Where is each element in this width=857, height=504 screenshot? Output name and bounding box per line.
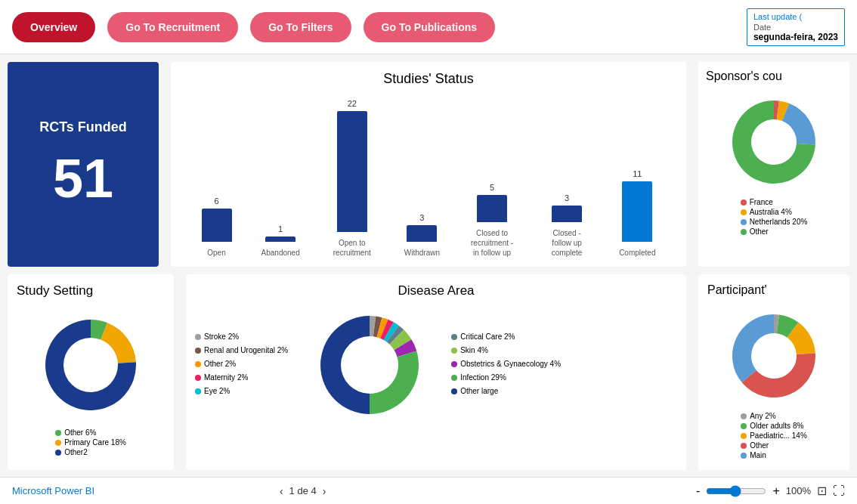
bar-label: Open xyxy=(207,248,225,258)
fit-page-icon[interactable]: ⊡ xyxy=(817,484,827,498)
zoom-level: 100% xyxy=(786,485,811,496)
bar-column: 3 Closed - follow up complete xyxy=(544,193,589,258)
disease-donut xyxy=(294,305,445,425)
bar-rect xyxy=(202,209,232,242)
legend-item: Maternity 2% xyxy=(195,372,288,384)
bar-rect xyxy=(265,237,295,242)
legend-item: Main xyxy=(741,451,807,459)
disease-area-card: Disease Area Stroke 2%Renal and Urogenit… xyxy=(186,274,686,470)
legend-item: Eye 2% xyxy=(195,385,288,397)
studies-status-card: Studies' Status 6 Open 1 Abandoned 22 Op… xyxy=(171,62,686,267)
overview-button[interactable]: Overview xyxy=(12,12,95,42)
recruitment-button[interactable]: Go To Recruitment xyxy=(107,12,238,42)
page-navigation: ‹ 1 de 4 › xyxy=(280,485,326,497)
studies-title: Studies' Status xyxy=(183,71,674,87)
disease-title: Disease Area xyxy=(195,283,677,298)
study-setting-card: Study Setting Other 6%Primary Care 18%Ot… xyxy=(8,274,174,470)
legend-item: Other xyxy=(741,227,808,236)
legend-item: Other2 xyxy=(55,448,126,456)
legend-item: Obstetrics & Gynaecology 4% xyxy=(451,358,561,370)
bar-column: 3 Withdrawn xyxy=(404,213,440,258)
legend-item: Other xyxy=(741,441,807,450)
bar-value: 6 xyxy=(214,196,218,206)
bar-column: 11 Completed xyxy=(619,169,655,258)
bar-column: 1 Abandoned xyxy=(261,224,300,258)
bar-rect xyxy=(407,225,437,242)
donut-segment xyxy=(101,323,136,363)
bar-rect xyxy=(552,206,582,222)
legend-item: Primary Care 18% xyxy=(55,438,126,447)
sponsor-card: Sponsor's cou FranceAustralia 4%Netherla… xyxy=(698,62,849,267)
legend-item: Other large xyxy=(451,385,561,397)
bottom-row: Study Setting Other 6%Primary Care 18%Ot… xyxy=(8,274,849,470)
donut-segment xyxy=(742,354,815,397)
participants-title: Participant' xyxy=(707,283,840,297)
donut-segment xyxy=(732,314,774,382)
publications-button[interactable]: Go To Publications xyxy=(364,12,496,42)
participants-donut xyxy=(713,303,834,409)
bar-value: 11 xyxy=(633,169,642,178)
last-update-value: segunda-feira, 2023 xyxy=(753,32,838,42)
zoom-slider[interactable] xyxy=(706,485,766,497)
legend-item: Renal and Urogenital 2% xyxy=(195,345,288,357)
bar-value: 22 xyxy=(348,99,357,108)
bar-column: 6 Open xyxy=(202,196,232,258)
legend-item: Netherlands 20% xyxy=(741,218,808,226)
donut-segment xyxy=(320,316,370,414)
sponsor-title: Sponsor's cou xyxy=(706,70,842,83)
rcts-funded-card: RCTs Funded 51 xyxy=(8,62,159,267)
legend-item: Other 2% xyxy=(195,358,288,370)
legend-item: Other 6% xyxy=(55,428,126,437)
study-setting-donut xyxy=(23,305,159,425)
content-area: RCTs Funded 51 Studies' Status 6 Open 1 … xyxy=(0,54,857,477)
donut-segment xyxy=(782,104,815,145)
bar-value: 3 xyxy=(565,193,569,203)
bar-column: 22 Open to recruitment xyxy=(329,99,375,258)
bar-label: Abandoned xyxy=(261,248,300,258)
last-update-panel: Last update ( Date segunda-feira, 2023 xyxy=(747,8,845,46)
top-row: RCTs Funded 51 Studies' Status 6 Open 1 … xyxy=(8,62,849,267)
bar-value: 1 xyxy=(278,224,283,233)
study-setting-title: Study Setting xyxy=(17,283,165,298)
bar-value: 3 xyxy=(419,213,424,222)
legend-item: Infection 29% xyxy=(451,372,561,384)
prev-page-button[interactable]: ‹ xyxy=(280,485,283,497)
top-navigation: Overview Go To Recruitment Go To Filters… xyxy=(0,0,857,54)
rcts-number: 51 xyxy=(53,147,113,209)
filters-button[interactable]: Go To Filters xyxy=(250,12,351,42)
bar-column: 5 Closed to recruitment - in follow up xyxy=(469,183,515,258)
donut-segment xyxy=(370,351,419,414)
legend-item: Critical Care 2% xyxy=(451,331,561,343)
zoom-controls: - + 100% ⊡ ⛶ xyxy=(696,484,845,498)
legend-item: Stroke 2% xyxy=(195,331,288,343)
last-update-prefix: Last update ( xyxy=(753,12,838,21)
zoom-in-button[interactable]: + xyxy=(772,484,779,498)
legend-item: Skin 4% xyxy=(451,345,561,357)
last-update-label: Date xyxy=(753,23,838,32)
bar-chart: 6 Open 1 Abandoned 22 Open to recruitmen… xyxy=(183,93,674,258)
legend-item: Paediatric... 14% xyxy=(741,431,807,440)
bar-label: Completed xyxy=(619,248,655,258)
sponsor-donut xyxy=(713,89,834,195)
legend-item: France xyxy=(741,198,808,206)
bar-label: Open to recruitment xyxy=(329,238,375,258)
zoom-out-button[interactable]: - xyxy=(696,484,700,498)
main-content: RCTs Funded 51 Studies' Status 6 Open 1 … xyxy=(0,54,857,477)
legend-item: Australia 4% xyxy=(741,208,808,216)
bar-label: Closed to recruitment - in follow up xyxy=(469,228,515,258)
fullscreen-icon[interactable]: ⛶ xyxy=(833,484,845,498)
bar-rect xyxy=(622,181,652,242)
bar-label: Closed - follow up complete xyxy=(544,228,589,258)
bar-rect xyxy=(477,195,507,222)
page-indicator: 1 de 4 xyxy=(289,485,317,496)
legend-item: Any 2% xyxy=(741,412,807,420)
bar-label: Withdrawn xyxy=(404,248,440,258)
participants-card: Participant' Any 2%Older adults 8%Paedia… xyxy=(698,274,849,470)
bar-rect xyxy=(337,111,367,232)
bar-value: 5 xyxy=(490,183,494,192)
bottom-bar: Microsoft Power BI ‹ 1 de 4 › - + 100% ⊡… xyxy=(0,477,857,504)
next-page-button[interactable]: › xyxy=(323,485,326,497)
legend-item: Older adults 8% xyxy=(741,422,807,430)
powerbi-link[interactable]: Microsoft Power BI xyxy=(12,485,94,496)
rcts-title: RCTs Funded xyxy=(39,119,127,135)
